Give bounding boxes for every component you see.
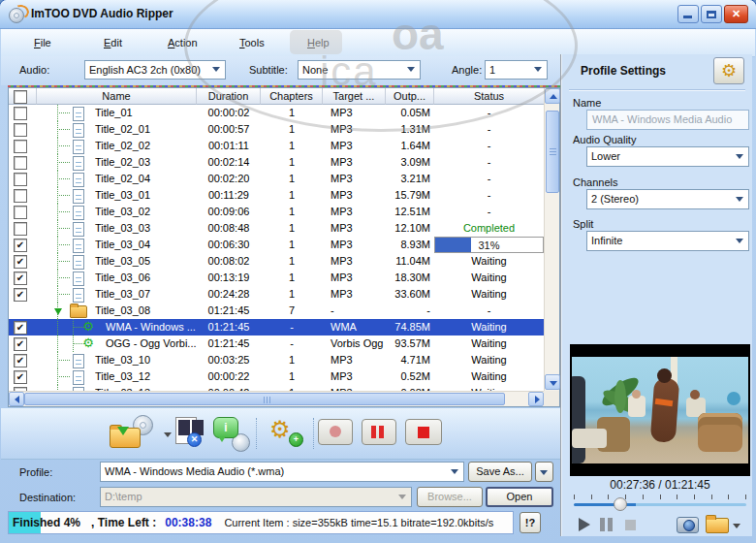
row-checkbox[interactable] bbox=[14, 156, 27, 170]
profile-name-field[interactable]: WMA - Windows Media Audio bbox=[586, 110, 749, 130]
row-checkbox[interactable]: ✔ bbox=[14, 370, 27, 384]
table-row[interactable]: ✔Title_03_0600:13:191MP318.30MWaiting bbox=[9, 270, 544, 286]
table-row[interactable]: Title_02_0400:02:201MP33.21M- bbox=[9, 171, 544, 187]
preview-pause-button[interactable] bbox=[600, 518, 605, 531]
add-profile-button[interactable]: ⚙ + bbox=[269, 415, 308, 452]
row-checkbox[interactable]: ✔ bbox=[14, 239, 27, 252]
table-body: Title_0100:00:021MP30.05M-Title_02_0100:… bbox=[9, 105, 544, 392]
table-row[interactable]: ✔Title_03_1000:03:251MP34.71MWaiting bbox=[9, 352, 544, 368]
subtitle-select[interactable]: None bbox=[298, 60, 421, 80]
table-row[interactable]: ✔Title_03_0500:08:021MP311.04MWaiting bbox=[9, 253, 544, 270]
row-name-cell: Title_02_04 bbox=[37, 171, 197, 187]
horizontal-scrollbar[interactable] bbox=[9, 391, 544, 406]
vertical-scrollbar[interactable] bbox=[544, 88, 559, 391]
snapshot-camera-button[interactable] bbox=[677, 517, 699, 533]
minimize-button[interactable] bbox=[677, 5, 699, 23]
close-dvd-button[interactable]: ✕ bbox=[175, 415, 208, 452]
row-checkbox[interactable] bbox=[14, 140, 27, 153]
row-duration: 00:01:11 bbox=[197, 138, 261, 154]
menu-edit[interactable]: Edit bbox=[94, 35, 132, 51]
row-checkbox[interactable]: ✔ bbox=[14, 354, 27, 367]
header-chapters[interactable]: Chapters bbox=[261, 88, 323, 105]
row-checkbox[interactable] bbox=[14, 123, 27, 137]
row-output: 3.09M bbox=[386, 154, 434, 171]
header-status[interactable]: Status bbox=[434, 88, 544, 105]
table-row[interactable]: ✔⚙WMA - Windows ...01:21:45-WMA74.85MWai… bbox=[9, 319, 544, 335]
scroll-left-button[interactable] bbox=[9, 392, 24, 406]
title-file-icon bbox=[73, 239, 84, 253]
preview-play-button[interactable] bbox=[579, 518, 590, 531]
pause-button[interactable] bbox=[362, 419, 396, 445]
angle-select[interactable]: 1 bbox=[485, 60, 548, 80]
menu-help[interactable]: Help bbox=[298, 35, 339, 51]
table-row[interactable]: ✔Title_03_0700:24:281MP333.60MWaiting bbox=[9, 286, 544, 303]
open-dvd-button[interactable] bbox=[110, 415, 173, 452]
audio-label: Audio: bbox=[19, 64, 49, 76]
profile-settings-button[interactable]: ⚙ bbox=[713, 57, 744, 84]
row-checkbox[interactable] bbox=[14, 189, 27, 203]
preview-stop-button[interactable] bbox=[625, 520, 636, 530]
table-row[interactable]: Title_03_0100:11:291MP315.79M- bbox=[9, 187, 544, 204]
tree-line bbox=[57, 195, 70, 196]
split-select[interactable]: Infinite bbox=[586, 231, 749, 251]
header-target[interactable]: Target ... bbox=[323, 88, 386, 105]
row-checkbox[interactable]: ✔ bbox=[14, 272, 27, 285]
channels-select[interactable]: 2 (Stereo) bbox=[586, 189, 749, 209]
profile-select[interactable]: WMA - Windows Media Audio (*.wma) bbox=[100, 462, 464, 482]
table-row[interactable]: ✔⚙OGG - Ogg Vorbi...01:21:45-Vorbis Ogg9… bbox=[9, 335, 544, 352]
table-row[interactable]: ✔Title_03_1200:00:221MP30.52MWaiting bbox=[9, 368, 544, 385]
row-status: - bbox=[434, 105, 544, 121]
stop-button[interactable] bbox=[405, 419, 442, 445]
row-checkbox[interactable]: ✔ bbox=[14, 337, 27, 351]
menu-file[interactable]: File bbox=[24, 35, 61, 51]
horizontal-scroll-thumb[interactable] bbox=[24, 393, 505, 405]
maximize-button[interactable] bbox=[701, 5, 722, 23]
table-row[interactable]: Title_03_0200:09:061MP312.51M- bbox=[9, 204, 544, 220]
row-checkbox[interactable] bbox=[14, 107, 27, 120]
angle-label: Angle: bbox=[452, 64, 482, 76]
audio-select[interactable]: English AC3 2ch (0x80) bbox=[84, 60, 226, 80]
window-title: ImTOO DVD Audio Ripper bbox=[31, 7, 173, 20]
table-row[interactable]: ✔Title_03_0400:06:301MP38.93M31% bbox=[9, 237, 544, 253]
context-help-button[interactable]: !? bbox=[520, 512, 541, 533]
row-checkbox[interactable]: ✔ bbox=[14, 255, 27, 269]
row-name: Title_01 bbox=[95, 105, 133, 121]
close-button[interactable]: ✕ bbox=[724, 5, 748, 23]
record-button[interactable] bbox=[318, 419, 353, 445]
vertical-scroll-thumb[interactable] bbox=[546, 111, 559, 193]
scroll-right-button[interactable] bbox=[528, 392, 544, 406]
destination-select[interactable]: D:\temp bbox=[100, 487, 412, 507]
save-as-menu-button[interactable] bbox=[535, 462, 553, 482]
audio-quality-select[interactable]: Lower bbox=[586, 146, 749, 167]
expander-icon[interactable] bbox=[54, 308, 62, 315]
header-output[interactable]: Outp... bbox=[386, 88, 434, 105]
dvd-info-button[interactable]: i bbox=[211, 415, 250, 452]
seek-slider-thumb[interactable] bbox=[614, 497, 627, 511]
row-duration: 00:00:02 bbox=[197, 105, 261, 121]
row-checkbox[interactable] bbox=[14, 206, 27, 219]
browse-button[interactable]: Browse... bbox=[417, 487, 483, 507]
menu-action[interactable]: Action bbox=[158, 35, 207, 51]
table-row[interactable]: Title_02_0200:01:111MP31.64M- bbox=[9, 138, 544, 154]
select-all-checkbox[interactable] bbox=[14, 90, 27, 104]
header-duration[interactable]: Duration bbox=[197, 88, 261, 105]
header-name[interactable]: Name bbox=[37, 88, 197, 105]
chevron-down-icon[interactable] bbox=[733, 524, 740, 528]
row-output: 11.04M bbox=[386, 253, 434, 270]
table-row[interactable]: Title_02_0100:00:571MP31.31M- bbox=[9, 121, 544, 138]
open-button[interactable]: Open bbox=[486, 487, 553, 507]
table-row[interactable]: Title_0100:00:021MP30.05M- bbox=[9, 105, 544, 121]
row-checkbox[interactable]: ✔ bbox=[14, 321, 27, 335]
scroll-down-button[interactable] bbox=[545, 374, 560, 390]
snapshot-folder-button[interactable] bbox=[706, 518, 729, 533]
row-checkbox[interactable] bbox=[14, 222, 27, 236]
table-row[interactable]: Title_02_0300:02:141MP33.09M- bbox=[9, 154, 544, 171]
table-row[interactable]: Title_03_0801:21:457--- bbox=[9, 303, 544, 319]
seek-slider[interactable] bbox=[574, 503, 746, 506]
scroll-up-button[interactable] bbox=[545, 88, 560, 104]
save-as-button[interactable]: Save As... bbox=[468, 462, 532, 482]
row-checkbox[interactable] bbox=[14, 173, 27, 186]
row-checkbox[interactable]: ✔ bbox=[14, 288, 27, 302]
menu-tools[interactable]: Tools bbox=[230, 35, 274, 51]
table-row[interactable]: Title_03_0300:08:481MP312.10MCompleted bbox=[9, 220, 544, 237]
